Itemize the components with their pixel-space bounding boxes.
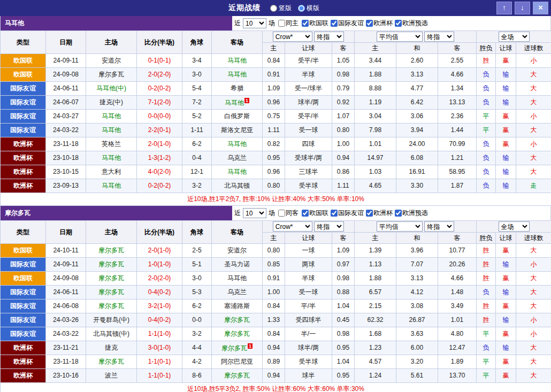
asian-home-odds: 0.89 [263,355,285,369]
score: 0-1(0-1) [137,54,182,68]
home-team: 波兰 [86,369,137,383]
euro-home-odds: 8.88 [355,82,396,96]
asian-away-odds: 0.92 [332,96,355,110]
competition-checkbox[interactable] [395,20,402,27]
scope-select[interactable]: 全场 [499,221,530,232]
euro-draw-odds: 7.07 [396,258,438,272]
score: 0-4(0-2) [137,286,182,299]
score: 2-0(1-0) [137,244,182,258]
titlebar: 近期战绩 竖版 横版 ↑ ↓ × [0,0,551,16]
match-row: 欧洲杯23-10-16波兰1-1(0-1)8-6摩尔多瓦0.94球半0.951.… [1,369,551,383]
col-goals-result: 进球数 [516,43,551,54]
competition-filter[interactable]: 国际友谊 [331,209,364,218]
odds-stage-select[interactable]: 终指 [314,32,344,42]
home-team: 安道尔 [86,54,137,68]
competition-filter[interactable]: 欧洲预选 [395,19,428,28]
move-down-button[interactable]: ↓ [515,2,530,14]
col-corners: 角球 [182,221,212,244]
handicap-line: 受球半/两 [285,151,332,165]
asian-home-odds: 1.09 [263,82,285,96]
competition-checkbox[interactable] [331,20,338,27]
match-date: 24-06-07 [46,96,86,110]
asian-away-odds: 0.97 [332,258,355,272]
match-date: 24-09-08 [46,272,86,286]
horizontal-layout-radio[interactable]: 横版 [298,4,319,13]
euro-source-select[interactable]: 平均值 [377,221,423,232]
competition-filter[interactable]: 欧洲预选 [395,209,428,218]
same-venue-checkbox[interactable] [278,20,285,27]
result-outcome: 胜 [477,244,496,258]
competition-filter[interactable]: 欧洲杯 [366,209,393,218]
corners: 4-4 [182,341,212,355]
near-label: 近 [234,209,241,218]
euro-home-odds: 4.65 [355,179,396,193]
result-handicap: 赢 [496,54,516,68]
result-outcome: 平 [477,327,496,341]
same-venue-checkbox[interactable] [278,210,285,217]
scope-select[interactable]: 全场 [499,32,530,42]
away-team: 马耳他 [212,68,263,82]
result-goals: 小 [516,258,551,272]
radio-input[interactable] [270,5,277,12]
score: 3-0(1-0) [137,341,182,355]
col-score: 比分(半场) [137,31,182,54]
match-row: 国际友谊24-03-22北马其顿(中)1-1(1-0)3-2摩尔多瓦0.84半/… [1,327,551,341]
euro-away-odds: 1.87 [438,179,477,193]
competition-filter[interactable]: 欧国联 [302,19,328,28]
euro-home-odds: 14.97 [355,151,396,165]
result-goals: 大 [516,299,551,313]
handicap-line: 半球 [285,272,332,286]
bookmaker-select[interactable]: Crow* [273,221,312,232]
euro-home-odds: 1.19 [355,96,396,110]
col-type: 类型 [1,221,46,244]
competition-checkbox[interactable] [366,20,373,27]
bookmaker-select[interactable]: Crow* [273,32,312,42]
asian-away-odds: 0.94 [332,151,355,165]
same-venue-filter[interactable]: 同客 [278,209,299,218]
euro-draw-odds: 4.77 [396,82,438,96]
match-date: 24-03-22 [46,327,86,341]
match-date: 23-11-18 [46,137,86,151]
horizontal-layout-label: 横版 [307,4,319,13]
competition-checkbox[interactable] [302,20,309,27]
asian-away-odds: 0.98 [332,272,355,286]
euro-draw-odds: 26.87 [396,313,438,327]
home-team: 马耳他(中) [86,82,137,96]
competition-label: 欧国联 [309,209,328,218]
result-handicap: 输 [496,313,516,327]
result-goals: 小 [516,110,551,124]
col-away: 客场 [212,221,263,244]
competition-filter[interactable]: 欧洲杯 [366,19,393,28]
competition-badge: 欧国联 [1,68,46,82]
handicap-line: 平/半 [285,299,332,313]
filter-bar: 近 10 场 同主 欧国联国际友谊欧洲杯欧洲预选 [232,16,550,30]
competition-checkbox[interactable] [302,210,309,217]
asian-home-odds: 0.91 [263,272,285,286]
euro-stage-select[interactable]: 终指 [424,221,454,232]
euro-home-odds: 7.98 [355,124,396,137]
euro-home-odds: 1.13 [355,258,396,272]
close-button[interactable]: × [533,2,548,14]
vertical-layout-radio[interactable]: 竖版 [270,4,292,13]
odds-stage-select[interactable]: 终指 [314,221,344,232]
asian-home-odds: 1.33 [263,313,285,327]
euro-source-select[interactable]: 平均值 [377,32,423,42]
same-venue-filter[interactable]: 同主 [278,19,299,28]
corners: 3-2 [182,327,212,341]
match-count-select[interactable]: 10 [243,18,266,28]
score: 1-0(1-0) [137,258,182,272]
move-up-button[interactable]: ↑ [496,2,512,14]
match-row: 国际友谊24-06-07捷克(中)7-1(2-0)7-2马耳他10.96球半/两… [1,96,551,110]
competition-filter[interactable]: 欧国联 [302,209,328,218]
asian-away-odds: 0.86 [332,165,355,179]
competition-checkbox[interactable] [331,210,338,217]
competition-checkbox[interactable] [366,210,373,217]
match-row: 国际友谊24-09-11摩尔多瓦1-0(1-0)5-1圣马力诺0.85两球0.9… [1,258,551,272]
competition-filter[interactable]: 国际友谊 [331,19,364,28]
radio-input[interactable] [298,5,305,12]
match-count-select[interactable]: 10 [243,208,266,218]
euro-home-odds: 6.57 [355,286,396,299]
euro-stage-select[interactable]: 终指 [424,32,454,42]
competition-checkbox[interactable] [395,210,402,217]
match-date: 23-09-13 [46,179,86,193]
